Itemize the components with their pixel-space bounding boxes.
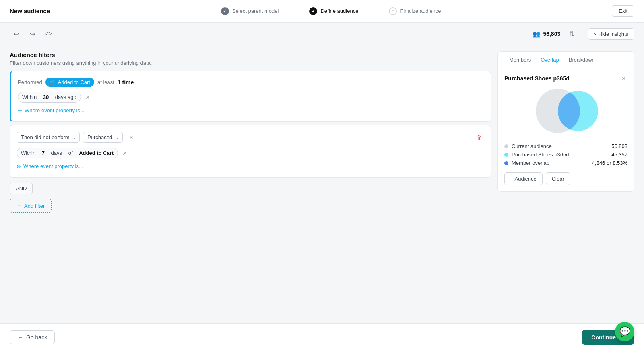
plus-icon-1: ⊕ — [18, 107, 22, 113]
filters-description: Filter down customers using anything in … — [10, 60, 491, 66]
topbar: New audience ✓ Select parent model ● Def… — [0, 0, 644, 23]
legend-row-overlap: Member overlap 4,846 or 8.53% — [504, 160, 627, 166]
remove-within-1-button[interactable]: ✕ — [84, 94, 91, 101]
then-did-not-perform-select[interactable]: Then did not perform — [17, 132, 80, 143]
of-label-2: of — [68, 150, 73, 156]
legend-left-purchased: Purchased Shoes p365d — [504, 152, 569, 158]
step-icon-pending: ○ — [389, 7, 397, 15]
days-unit-2: days — [51, 150, 62, 156]
step-select-parent: ✓ Select parent model — [221, 7, 279, 15]
hide-insights-button[interactable]: › Hide insights — [588, 28, 634, 40]
exit-button[interactable]: Exit — [612, 5, 634, 17]
close-overlap-button[interactable]: ✕ — [620, 75, 627, 82]
within-filter-1: Within 30 days ago ✕ — [18, 92, 484, 103]
add-property-row-1[interactable]: ⊕ Where event property is... — [18, 106, 484, 115]
toolbar-left: ↩ ↪ <> — [10, 27, 55, 40]
delete-condition-button[interactable]: 🗑 — [473, 132, 484, 143]
purchased-event-select[interactable]: Purchased — [83, 132, 123, 143]
insights-content: Purchased Shoes p365d ✕ — [498, 68, 634, 191]
within-pill-2[interactable]: Within 7 days of Added to Cart — [17, 148, 118, 158]
step-icon-active: ● — [309, 7, 317, 15]
overlap-legend: Current audience 56,803 Purchased Shoes … — [504, 143, 627, 166]
within-label-1: Within — [22, 94, 37, 100]
audience-actions: + Audience Clear — [504, 172, 627, 185]
legend-label-overlap: Member overlap — [512, 160, 549, 166]
legend-dot-current — [504, 144, 508, 148]
filter-block-2: Then did not perform Purchased ✕ ··· 🗑 — [10, 125, 491, 178]
overlap-title: Purchased Shoes p365d — [504, 75, 570, 82]
legend-value-current: 56,803 — [611, 143, 627, 149]
purchased-event-wrapper[interactable]: Purchased — [83, 132, 123, 143]
days-value-1: 30 — [43, 94, 49, 100]
stepper: ✓ Select parent model ● Define audience … — [221, 7, 441, 15]
event-chip-label-1: Added to Cart — [58, 79, 90, 85]
within-label-2: Within — [21, 150, 35, 156]
tab-overlap[interactable]: Overlap — [536, 52, 564, 68]
step-label-define-audience: Define audience — [320, 8, 358, 14]
legend-label-current: Current audience — [512, 143, 552, 149]
member-count-value: 56,803 — [543, 31, 560, 37]
step-define-audience: ● Define audience — [309, 7, 358, 15]
overlap-header: Purchased Shoes p365d ✕ — [504, 75, 627, 82]
legend-left-overlap: Member overlap — [504, 160, 549, 166]
legend-left-current: Current audience — [504, 143, 552, 149]
venn-svg — [522, 87, 610, 135]
filter-value-1: 1 time — [118, 79, 134, 86]
legend-label-purchased: Purchased Shoes p365d — [512, 152, 569, 158]
venn-diagram — [504, 87, 627, 135]
cart-icon: 🛒 — [50, 80, 56, 85]
toolbar-divider — [583, 30, 583, 38]
legend-row-current: Current audience 56,803 — [504, 143, 627, 149]
filters-heading: Audience filters — [10, 51, 491, 58]
toolbar-row: ↩ ↪ <> 👥 56,803 ⇅ › Hide insights — [0, 23, 644, 45]
days-value-2: 7 — [42, 150, 45, 156]
hide-insights-label: Hide insights — [599, 31, 628, 37]
condition-header-2: Then did not perform Purchased ✕ ··· 🗑 — [17, 132, 484, 143]
remove-filter-2-button[interactable]: ✕ — [128, 134, 135, 141]
legend-dot-purchased — [504, 153, 508, 157]
adjust-icon[interactable]: ⇅ — [565, 27, 578, 40]
within-pill-1[interactable]: Within 30 days ago — [18, 92, 81, 103]
insights-tabs: Members Overlap Breakdown — [498, 52, 634, 68]
performed-label: Performed — [18, 79, 42, 85]
then-did-not-perform-wrapper[interactable]: Then did not perform — [17, 132, 80, 143]
step-label-select-parent: Select parent model — [232, 8, 279, 14]
add-filter-button[interactable]: ＋ Add filter — [10, 199, 52, 213]
reference-event-2: Added to Cart — [79, 150, 114, 156]
step-finalize-audience: ○ Finalize audience — [389, 7, 441, 15]
remove-within-2-button[interactable]: ✕ — [121, 150, 128, 157]
clear-button[interactable]: Clear — [546, 172, 570, 185]
plus-icon-2: ⊕ — [17, 163, 21, 169]
legend-dot-overlap — [504, 161, 508, 165]
step-connector-2 — [361, 11, 386, 11]
add-audience-button[interactable]: + Audience — [504, 172, 543, 185]
insights-panel: Members Overlap Breakdown Purchased Shoe… — [497, 51, 634, 192]
tab-breakdown[interactable]: Breakdown — [564, 52, 600, 68]
filters-panel: Audience filters Filter down customers u… — [10, 51, 491, 213]
add-filter-plus-icon: ＋ — [17, 202, 22, 209]
event-chip-1[interactable]: 🛒 Added to Cart — [45, 78, 94, 87]
redo-button[interactable]: ↪ — [26, 27, 39, 40]
app-title: New audience — [10, 8, 50, 14]
filter-row-1: Performed 🛒 Added to Cart at least 1 tim… — [18, 78, 484, 87]
filter-block-1: Performed 🛒 Added to Cart at least 1 tim… — [10, 71, 491, 122]
legend-row-purchased: Purchased Shoes p365d 45,357 — [504, 152, 627, 158]
add-filter-label: Add filter — [24, 203, 45, 209]
toolbar-right: 👥 56,803 ⇅ › Hide insights — [533, 27, 634, 40]
add-property-row-2[interactable]: ⊕ Where event property is... — [17, 162, 484, 171]
add-property-label-2: Where event property is... — [23, 163, 83, 169]
step-connector-1 — [282, 11, 306, 11]
step-label-finalize-audience: Finalize audience — [400, 8, 441, 14]
legend-value-overlap: 4,846 or 8.53% — [592, 160, 627, 166]
step-icon-done: ✓ — [221, 7, 229, 15]
condition-actions: ··· 🗑 — [460, 132, 484, 143]
legend-value-purchased: 45,357 — [611, 152, 627, 158]
tab-members[interactable]: Members — [504, 52, 536, 68]
undo-button[interactable]: ↩ — [10, 27, 23, 40]
and-button[interactable]: AND — [10, 183, 33, 194]
main-content: Audience filters Filter down customers u… — [0, 45, 644, 219]
more-options-button[interactable]: ··· — [460, 132, 471, 143]
code-button[interactable]: <> — [42, 27, 55, 40]
chevron-right-icon: › — [594, 31, 596, 37]
member-count: 👥 56,803 — [533, 30, 560, 38]
